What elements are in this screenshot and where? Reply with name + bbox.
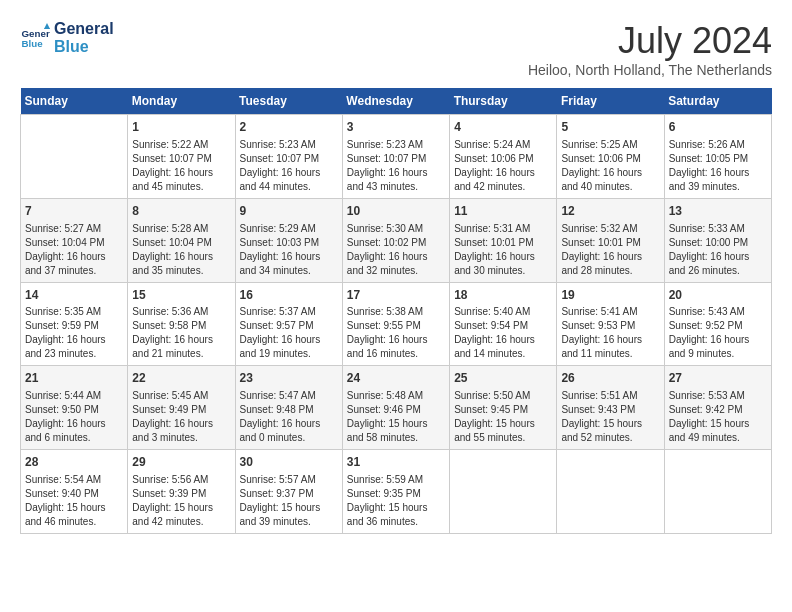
day-cell: 30Sunrise: 5:57 AM Sunset: 9:37 PM Dayli… [235, 450, 342, 534]
day-cell [450, 450, 557, 534]
day-cell [21, 115, 128, 199]
day-number: 5 [561, 119, 659, 136]
logo: General Blue General Blue [20, 20, 114, 55]
day-number: 10 [347, 203, 445, 220]
day-cell: 23Sunrise: 5:47 AM Sunset: 9:48 PM Dayli… [235, 366, 342, 450]
day-number: 14 [25, 287, 123, 304]
week-row-5: 28Sunrise: 5:54 AM Sunset: 9:40 PM Dayli… [21, 450, 772, 534]
day-info: Sunrise: 5:23 AM Sunset: 10:07 PM Daylig… [240, 138, 338, 194]
day-cell: 14Sunrise: 5:35 AM Sunset: 9:59 PM Dayli… [21, 282, 128, 366]
col-header-monday: Monday [128, 88, 235, 115]
col-header-saturday: Saturday [664, 88, 771, 115]
col-header-tuesday: Tuesday [235, 88, 342, 115]
day-number: 23 [240, 370, 338, 387]
day-info: Sunrise: 5:53 AM Sunset: 9:42 PM Dayligh… [669, 389, 767, 445]
day-number: 30 [240, 454, 338, 471]
day-number: 24 [347, 370, 445, 387]
day-number: 6 [669, 119, 767, 136]
day-info: Sunrise: 5:57 AM Sunset: 9:37 PM Dayligh… [240, 473, 338, 529]
day-info: Sunrise: 5:50 AM Sunset: 9:45 PM Dayligh… [454, 389, 552, 445]
day-number: 29 [132, 454, 230, 471]
col-header-thursday: Thursday [450, 88, 557, 115]
day-cell: 9Sunrise: 5:29 AM Sunset: 10:03 PM Dayli… [235, 198, 342, 282]
day-info: Sunrise: 5:48 AM Sunset: 9:46 PM Dayligh… [347, 389, 445, 445]
day-number: 31 [347, 454, 445, 471]
day-info: Sunrise: 5:56 AM Sunset: 9:39 PM Dayligh… [132, 473, 230, 529]
day-info: Sunrise: 5:26 AM Sunset: 10:05 PM Daylig… [669, 138, 767, 194]
day-number: 15 [132, 287, 230, 304]
day-cell: 5Sunrise: 5:25 AM Sunset: 10:06 PM Dayli… [557, 115, 664, 199]
day-info: Sunrise: 5:31 AM Sunset: 10:01 PM Daylig… [454, 222, 552, 278]
day-info: Sunrise: 5:37 AM Sunset: 9:57 PM Dayligh… [240, 305, 338, 361]
day-number: 12 [561, 203, 659, 220]
day-cell: 26Sunrise: 5:51 AM Sunset: 9:43 PM Dayli… [557, 366, 664, 450]
day-info: Sunrise: 5:45 AM Sunset: 9:49 PM Dayligh… [132, 389, 230, 445]
day-info: Sunrise: 5:25 AM Sunset: 10:06 PM Daylig… [561, 138, 659, 194]
day-info: Sunrise: 5:29 AM Sunset: 10:03 PM Daylig… [240, 222, 338, 278]
day-cell: 7Sunrise: 5:27 AM Sunset: 10:04 PM Dayli… [21, 198, 128, 282]
day-cell: 6Sunrise: 5:26 AM Sunset: 10:05 PM Dayli… [664, 115, 771, 199]
day-number: 13 [669, 203, 767, 220]
day-info: Sunrise: 5:36 AM Sunset: 9:58 PM Dayligh… [132, 305, 230, 361]
day-number: 20 [669, 287, 767, 304]
day-number: 1 [132, 119, 230, 136]
day-cell: 8Sunrise: 5:28 AM Sunset: 10:04 PM Dayli… [128, 198, 235, 282]
day-info: Sunrise: 5:47 AM Sunset: 9:48 PM Dayligh… [240, 389, 338, 445]
day-number: 8 [132, 203, 230, 220]
day-number: 21 [25, 370, 123, 387]
location: Heiloo, North Holland, The Netherlands [528, 62, 772, 78]
day-number: 17 [347, 287, 445, 304]
week-row-3: 14Sunrise: 5:35 AM Sunset: 9:59 PM Dayli… [21, 282, 772, 366]
day-cell: 31Sunrise: 5:59 AM Sunset: 9:35 PM Dayli… [342, 450, 449, 534]
day-info: Sunrise: 5:41 AM Sunset: 9:53 PM Dayligh… [561, 305, 659, 361]
col-header-sunday: Sunday [21, 88, 128, 115]
page-header: General Blue General Blue July 2024 Heil… [20, 20, 772, 78]
day-info: Sunrise: 5:59 AM Sunset: 9:35 PM Dayligh… [347, 473, 445, 529]
col-header-wednesday: Wednesday [342, 88, 449, 115]
day-number: 16 [240, 287, 338, 304]
day-cell: 10Sunrise: 5:30 AM Sunset: 10:02 PM Dayl… [342, 198, 449, 282]
logo-icon: General Blue [20, 23, 50, 53]
day-info: Sunrise: 5:43 AM Sunset: 9:52 PM Dayligh… [669, 305, 767, 361]
day-cell: 11Sunrise: 5:31 AM Sunset: 10:01 PM Dayl… [450, 198, 557, 282]
day-cell: 19Sunrise: 5:41 AM Sunset: 9:53 PM Dayli… [557, 282, 664, 366]
day-cell: 21Sunrise: 5:44 AM Sunset: 9:50 PM Dayli… [21, 366, 128, 450]
day-info: Sunrise: 5:54 AM Sunset: 9:40 PM Dayligh… [25, 473, 123, 529]
day-number: 25 [454, 370, 552, 387]
day-number: 7 [25, 203, 123, 220]
day-info: Sunrise: 5:23 AM Sunset: 10:07 PM Daylig… [347, 138, 445, 194]
day-cell: 27Sunrise: 5:53 AM Sunset: 9:42 PM Dayli… [664, 366, 771, 450]
day-info: Sunrise: 5:38 AM Sunset: 9:55 PM Dayligh… [347, 305, 445, 361]
day-cell [557, 450, 664, 534]
day-number: 27 [669, 370, 767, 387]
day-cell: 29Sunrise: 5:56 AM Sunset: 9:39 PM Dayli… [128, 450, 235, 534]
day-info: Sunrise: 5:40 AM Sunset: 9:54 PM Dayligh… [454, 305, 552, 361]
day-info: Sunrise: 5:28 AM Sunset: 10:04 PM Daylig… [132, 222, 230, 278]
day-cell [664, 450, 771, 534]
logo-general: General [54, 20, 114, 38]
day-cell: 24Sunrise: 5:48 AM Sunset: 9:46 PM Dayli… [342, 366, 449, 450]
week-row-1: 1Sunrise: 5:22 AM Sunset: 10:07 PM Dayli… [21, 115, 772, 199]
svg-text:General: General [22, 27, 51, 38]
col-header-friday: Friday [557, 88, 664, 115]
day-info: Sunrise: 5:32 AM Sunset: 10:01 PM Daylig… [561, 222, 659, 278]
week-row-4: 21Sunrise: 5:44 AM Sunset: 9:50 PM Dayli… [21, 366, 772, 450]
calendar-header-row: SundayMondayTuesdayWednesdayThursdayFrid… [21, 88, 772, 115]
day-cell: 17Sunrise: 5:38 AM Sunset: 9:55 PM Dayli… [342, 282, 449, 366]
day-number: 19 [561, 287, 659, 304]
day-cell: 3Sunrise: 5:23 AM Sunset: 10:07 PM Dayli… [342, 115, 449, 199]
calendar-table: SundayMondayTuesdayWednesdayThursdayFrid… [20, 88, 772, 534]
day-info: Sunrise: 5:30 AM Sunset: 10:02 PM Daylig… [347, 222, 445, 278]
day-cell: 4Sunrise: 5:24 AM Sunset: 10:06 PM Dayli… [450, 115, 557, 199]
day-info: Sunrise: 5:51 AM Sunset: 9:43 PM Dayligh… [561, 389, 659, 445]
title-block: July 2024 Heiloo, North Holland, The Net… [528, 20, 772, 78]
day-cell: 20Sunrise: 5:43 AM Sunset: 9:52 PM Dayli… [664, 282, 771, 366]
day-number: 18 [454, 287, 552, 304]
day-cell: 13Sunrise: 5:33 AM Sunset: 10:00 PM Dayl… [664, 198, 771, 282]
logo-blue: Blue [54, 38, 114, 56]
day-number: 26 [561, 370, 659, 387]
day-info: Sunrise: 5:33 AM Sunset: 10:00 PM Daylig… [669, 222, 767, 278]
day-number: 28 [25, 454, 123, 471]
day-cell: 22Sunrise: 5:45 AM Sunset: 9:49 PM Dayli… [128, 366, 235, 450]
day-info: Sunrise: 5:24 AM Sunset: 10:06 PM Daylig… [454, 138, 552, 194]
